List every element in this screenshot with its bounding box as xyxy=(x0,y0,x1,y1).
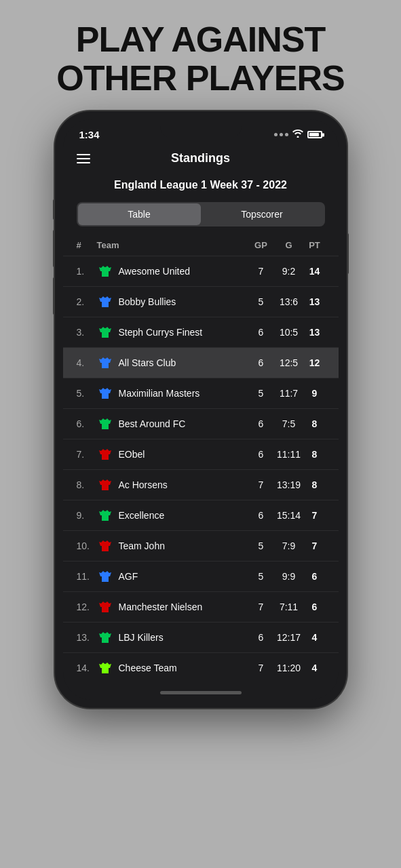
jersey-icon xyxy=(97,629,113,646)
row-rank: 9. xyxy=(77,510,97,521)
row-rank: 10. xyxy=(77,540,97,551)
row-pt: 14 xyxy=(305,266,325,277)
row-team-name: Cheese Team xyxy=(119,663,249,673)
row-team-name: Team John xyxy=(119,540,249,551)
row-team-name: LBJ Killers xyxy=(119,632,249,643)
row-rank: 14. xyxy=(77,663,97,673)
table-row[interactable]: 9. Excellence 6 15:14 7 xyxy=(63,500,339,530)
row-pt: 6 xyxy=(305,571,325,582)
row-pt: 7 xyxy=(305,540,325,551)
row-gp: 6 xyxy=(249,632,273,643)
row-rank: 12. xyxy=(77,601,97,612)
hamburger-menu[interactable] xyxy=(77,154,90,163)
jersey-icon xyxy=(97,324,113,340)
row-rank: 1. xyxy=(77,266,97,277)
row-gp: 6 xyxy=(249,357,273,368)
jersey-icon xyxy=(97,568,113,585)
row-rank: 6. xyxy=(77,418,97,429)
row-g: 7:9 xyxy=(273,540,305,551)
standings-table: 1. Awesome United 7 9:2 14 2. Bobby Bull… xyxy=(63,256,339,683)
table-header: # Team GP G PT xyxy=(63,237,339,256)
row-team-name: Best Around FC xyxy=(119,418,249,429)
header-team: Team xyxy=(97,240,249,250)
battery-icon xyxy=(307,131,322,138)
volume-down-button xyxy=(53,277,55,315)
tab-topscorer[interactable]: Topscorer xyxy=(201,203,324,225)
row-gp: 7 xyxy=(249,266,273,277)
volume-up-button xyxy=(53,230,55,267)
row-pt: 7 xyxy=(305,510,325,521)
row-gp: 6 xyxy=(249,449,273,460)
table-row[interactable]: 8. Ac Horsens 7 13:19 8 xyxy=(63,469,339,500)
jersey-icon xyxy=(97,385,113,401)
phone-screen: 1:34 xyxy=(63,119,339,700)
jersey-icon xyxy=(97,538,113,554)
phone-mockup: 1:34 xyxy=(55,111,347,708)
row-g: 12:17 xyxy=(273,632,305,643)
row-pt: 4 xyxy=(305,632,325,643)
tab-table[interactable]: Table xyxy=(78,203,201,225)
league-title: England League 1 Week 37 - 2022 xyxy=(63,174,339,202)
row-g: 7:5 xyxy=(273,418,305,429)
tab-switcher: Table Topscorer xyxy=(77,202,325,226)
table-row[interactable]: 11. AGF 5 9:9 6 xyxy=(63,561,339,591)
silent-button xyxy=(53,199,55,220)
row-pt: 13 xyxy=(305,296,325,307)
row-g: 9:9 xyxy=(273,571,305,582)
row-gp: 7 xyxy=(249,601,273,612)
row-team-name: Manchester Nielsen xyxy=(119,601,249,612)
table-row[interactable]: 5. Maximilian Masters 5 11:7 9 xyxy=(63,378,339,408)
row-pt: 13 xyxy=(305,327,325,338)
jersey-icon xyxy=(97,446,113,462)
row-team-name: Ac Horsens xyxy=(119,479,249,490)
row-gp: 6 xyxy=(249,510,273,521)
row-rank: 2. xyxy=(77,296,97,307)
table-row[interactable]: 7. EObel 6 11:11 8 xyxy=(63,439,339,469)
row-team-name: Awesome United xyxy=(119,266,249,277)
jersey-icon xyxy=(97,599,113,615)
signal-icon xyxy=(274,133,288,136)
row-g: 12:5 xyxy=(273,357,305,368)
row-gp: 6 xyxy=(249,418,273,429)
jersey-icon xyxy=(97,416,113,432)
jersey-icon xyxy=(97,263,113,279)
home-indicator xyxy=(160,691,242,694)
power-button xyxy=(347,233,349,274)
row-team-name: Maximilian Masters xyxy=(119,388,249,399)
table-row[interactable]: 4. All Stars Club 6 12:5 12 xyxy=(63,347,339,378)
hero-text: PLAY AGAINST OTHER PLAYERS xyxy=(43,0,358,111)
table-row[interactable]: 3. Steph Currys Finest 6 10:5 13 xyxy=(63,317,339,347)
notch xyxy=(160,119,242,138)
row-g: 13:6 xyxy=(273,296,305,307)
row-g: 11:20 xyxy=(273,663,305,673)
row-team-name: Steph Currys Finest xyxy=(119,327,249,338)
row-team-name: All Stars Club xyxy=(119,357,249,368)
table-row[interactable]: 13. LBJ Killers 6 12:17 4 xyxy=(63,622,339,652)
app-content: Standings England League 1 Week 37 - 202… xyxy=(63,146,339,683)
wifi-icon xyxy=(292,130,303,140)
table-row[interactable]: 10. Team John 5 7:9 7 xyxy=(63,530,339,561)
table-row[interactable]: 2. Bobby Bullies 5 13:6 13 xyxy=(63,286,339,317)
row-rank: 3. xyxy=(77,327,97,338)
table-row[interactable]: 14. Cheese Team 7 11:20 4 xyxy=(63,652,339,683)
row-team-name: AGF xyxy=(119,571,249,582)
row-gp: 7 xyxy=(249,479,273,490)
header-g: G xyxy=(273,240,305,250)
row-rank: 5. xyxy=(77,388,97,399)
row-pt: 8 xyxy=(305,449,325,460)
row-rank: 11. xyxy=(77,571,97,582)
hero-line2: OTHER PLAYERS xyxy=(56,58,344,98)
row-gp: 5 xyxy=(249,296,273,307)
row-gp: 7 xyxy=(249,663,273,673)
row-gp: 5 xyxy=(249,571,273,582)
row-pt: 8 xyxy=(305,418,325,429)
jersey-icon xyxy=(97,660,113,676)
row-team-name: EObel xyxy=(119,449,249,460)
table-row[interactable]: 1. Awesome United 7 9:2 14 xyxy=(63,256,339,286)
row-g: 11:7 xyxy=(273,388,305,399)
row-g: 15:14 xyxy=(273,510,305,521)
row-gp: 5 xyxy=(249,540,273,551)
row-g: 10:5 xyxy=(273,327,305,338)
table-row[interactable]: 6. Best Around FC 6 7:5 8 xyxy=(63,408,339,439)
table-row[interactable]: 12. Manchester Nielsen 7 7:11 6 xyxy=(63,591,339,622)
